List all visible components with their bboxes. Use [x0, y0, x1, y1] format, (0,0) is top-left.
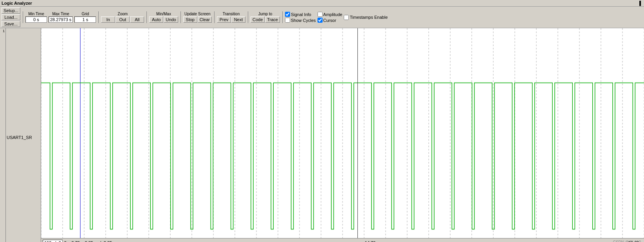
separator-6 — [248, 11, 248, 23]
minmax-buttons: Auto Undo — [149, 16, 178, 23]
show-cycles-checkbox[interactable] — [285, 18, 290, 23]
separator-3 — [146, 11, 147, 23]
signal-info-label: Signal Info — [291, 12, 311, 17]
jump-code-button[interactable]: Code — [251, 16, 265, 23]
show-cycles-label: Show Cycles — [291, 18, 316, 23]
checkbox-group-3: Timestamps Enable — [344, 15, 388, 20]
amplitude-label: Amplitude — [323, 12, 343, 17]
bottom-bar: 192, d: 0 0 s 2.79 s 2.85 s, d: 2.85 s 1… — [41, 238, 644, 242]
checkbox-group: Signal Info Show Cycles — [285, 12, 316, 23]
update-screen-group: Update Screen Stop Clear — [183, 12, 212, 23]
jump-to-label: Jump to — [258, 12, 272, 16]
jump-trace-button[interactable]: Trace — [265, 16, 280, 23]
separator-2 — [98, 11, 99, 23]
timestamps-label: Timestamps Enable — [350, 15, 388, 20]
update-screen-label: Update Screen — [184, 12, 211, 16]
grid-group: Grid 1 s — [74, 12, 96, 23]
separator-7 — [282, 11, 283, 23]
cursor-checkbox-label[interactable]: Cursor — [317, 18, 343, 23]
zoom-out-button[interactable]: Out — [115, 16, 130, 23]
min-time-label: Min Time — [28, 12, 44, 16]
signal-panel: USART1_SR — [6, 28, 41, 242]
time-center: 14.79 s — [117, 240, 627, 242]
update-screen-buttons: Stop Clear — [183, 16, 212, 23]
signal-info-checkbox-label[interactable]: Signal Info — [285, 12, 316, 17]
waveform-canvas — [41, 28, 644, 242]
minmax-group: Min/Max Auto Undo — [149, 12, 178, 23]
info-box: 192, d: 0 — [43, 240, 63, 242]
app-title: Logic Analyzer — [2, 1, 32, 5]
max-time-group: Max Time 28.27973 s — [49, 12, 73, 23]
zoom-in-button[interactable]: In — [101, 16, 115, 23]
close-icon[interactable]: ▐ — [636, 1, 642, 5]
separator-4 — [180, 11, 181, 23]
zoom-group: Zoom In Out All — [101, 12, 144, 23]
update-stop-button[interactable]: Stop — [183, 16, 197, 23]
cursor-checkbox[interactable] — [317, 18, 323, 23]
main-area: 1 0 USART1_SR 192, d: 0 0 s 2.79 s 2.85 … — [0, 28, 644, 242]
separator-5 — [214, 11, 215, 23]
setup-load-save-group: Setup... Load... Save... — [2, 7, 20, 27]
setup-button[interactable]: Setup... — [2, 7, 20, 14]
transition-group: Transition Prev Next — [217, 12, 245, 23]
scale-top: 1 — [3, 29, 5, 33]
max-time-label: Max Time — [52, 12, 69, 16]
jump-to-group: Jump to Code Trace — [251, 12, 280, 23]
min-time-group: Min Time 0 s — [25, 12, 47, 23]
watermark: CSDN @石-410 — [613, 240, 641, 242]
toolbar: Setup... Load... Save... Min Time 0 s Ma… — [0, 7, 644, 28]
grid-value: 1 s — [74, 16, 96, 23]
transition-label: Transition — [223, 12, 240, 16]
time-left: 0 s — [64, 240, 70, 242]
transition-next-button[interactable]: Next — [231, 16, 245, 23]
amplitude-checkbox[interactable] — [317, 12, 323, 17]
transition-prev-button[interactable]: Prev — [217, 16, 231, 23]
separator-1 — [23, 11, 23, 23]
update-clear-button[interactable]: Clear — [198, 16, 212, 23]
minmax-auto-button[interactable]: Auto — [149, 16, 163, 23]
grid-label: Grid — [81, 12, 89, 16]
time-left2: 2.79 s — [72, 240, 83, 242]
min-time-value: 0 s — [25, 16, 47, 23]
signal-info-checkbox[interactable] — [285, 12, 290, 17]
signal-name: USART1_SR — [7, 135, 32, 140]
minmax-label: Min/Max — [156, 12, 171, 16]
time-d: 2.85 s, d: 2.85 s — [85, 240, 115, 242]
zoom-buttons: In Out All — [101, 16, 144, 23]
zoom-all-button[interactable]: All — [130, 16, 144, 23]
zoom-label: Zoom — [118, 12, 128, 16]
timestamps-checkbox[interactable] — [344, 15, 349, 20]
cursor-label: Cursor — [323, 18, 336, 23]
signal-label-area: USART1_SR — [6, 28, 41, 242]
load-button[interactable]: Load... — [2, 14, 20, 20]
timestamps-checkbox-label[interactable]: Timestamps Enable — [344, 15, 388, 20]
minmax-undo-button[interactable]: Undo — [164, 16, 178, 23]
waveform-area[interactable]: 192, d: 0 0 s 2.79 s 2.85 s, d: 2.85 s 1… — [41, 28, 644, 242]
save-button[interactable]: Save... — [2, 21, 20, 27]
scale-markers: 1 0 — [0, 28, 6, 242]
jump-to-buttons: Code Trace — [251, 16, 280, 23]
title-bar: Logic Analyzer ▐ — [0, 0, 644, 7]
transition-buttons: Prev Next — [217, 16, 245, 23]
max-time-value: 28.27973 s — [49, 16, 73, 23]
amplitude-checkbox-label[interactable]: Amplitude — [317, 12, 343, 17]
checkbox-group-2: Amplitude Cursor — [317, 12, 343, 23]
show-cycles-checkbox-label[interactable]: Show Cycles — [285, 18, 316, 23]
